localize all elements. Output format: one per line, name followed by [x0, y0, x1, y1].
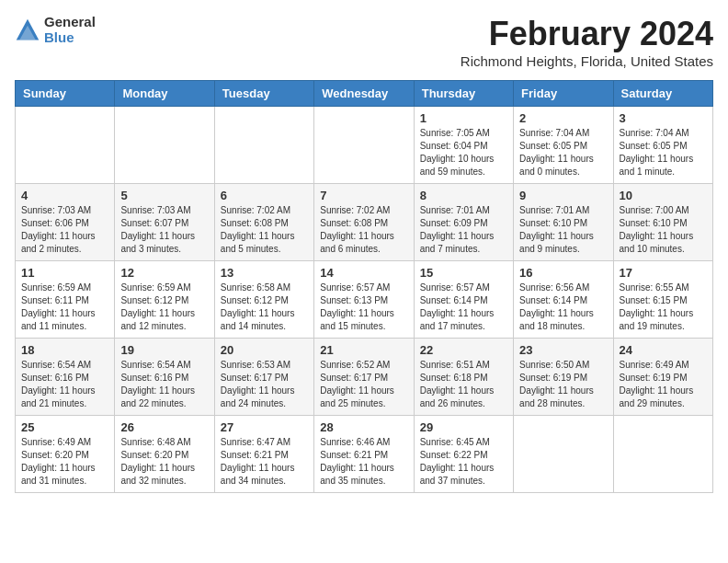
calendar: SundayMondayTuesdayWednesdayThursdayFrid… — [15, 80, 713, 493]
day-info: Sunrise: 6:53 AMSunset: 6:17 PMDaylight:… — [221, 359, 308, 410]
day-cell: 3Sunrise: 7:04 AMSunset: 6:05 PMDaylight… — [613, 107, 712, 184]
day-number: 29 — [420, 420, 507, 434]
day-info: Sunrise: 6:51 AMSunset: 6:18 PMDaylight:… — [420, 359, 507, 410]
day-info: Sunrise: 6:54 AMSunset: 6:16 PMDaylight:… — [21, 359, 108, 410]
logo-icon — [15, 17, 40, 43]
day-number: 4 — [21, 189, 108, 202]
day-number: 22 — [420, 343, 507, 357]
day-number: 6 — [221, 189, 308, 202]
day-info: Sunrise: 7:03 AMSunset: 6:06 PMDaylight:… — [21, 204, 108, 256]
header-cell-monday: Monday — [115, 81, 214, 107]
day-cell: 2Sunrise: 7:04 AMSunset: 6:05 PMDaylight… — [514, 107, 613, 184]
day-cell: 15Sunrise: 6:57 AMSunset: 6:14 PMDayligh… — [414, 261, 513, 339]
day-cell: 19Sunrise: 6:54 AMSunset: 6:16 PMDayligh… — [115, 339, 214, 416]
day-cell — [314, 107, 414, 184]
week-row-2: 4Sunrise: 7:03 AMSunset: 6:06 PMDaylight… — [16, 184, 713, 261]
logo-blue-label: Blue — [44, 30, 96, 46]
day-cell: 21Sunrise: 6:52 AMSunset: 6:17 PMDayligh… — [314, 339, 414, 416]
day-info: Sunrise: 7:01 AMSunset: 6:09 PMDaylight:… — [420, 204, 507, 256]
day-cell: 1Sunrise: 7:05 AMSunset: 6:04 PMDaylight… — [414, 107, 513, 184]
day-number: 2 — [519, 111, 607, 125]
day-info: Sunrise: 6:50 AMSunset: 6:19 PMDaylight:… — [519, 359, 607, 410]
day-cell: 24Sunrise: 6:49 AMSunset: 6:19 PMDayligh… — [613, 339, 712, 416]
day-number: 17 — [620, 266, 707, 280]
day-number: 13 — [221, 266, 308, 280]
day-cell: 16Sunrise: 6:56 AMSunset: 6:14 PMDayligh… — [514, 261, 613, 339]
day-number: 28 — [320, 420, 407, 434]
day-cell: 4Sunrise: 7:03 AMSunset: 6:06 PMDaylight… — [16, 184, 115, 261]
day-cell — [214, 107, 313, 184]
day-info: Sunrise: 6:59 AMSunset: 6:11 PMDaylight:… — [21, 282, 108, 333]
day-number: 10 — [620, 189, 707, 202]
day-cell: 11Sunrise: 6:59 AMSunset: 6:11 PMDayligh… — [16, 261, 115, 339]
day-info: Sunrise: 7:05 AMSunset: 6:04 PMDaylight:… — [420, 127, 507, 178]
day-cell: 6Sunrise: 7:02 AMSunset: 6:08 PMDaylight… — [214, 184, 313, 261]
day-info: Sunrise: 7:03 AMSunset: 6:07 PMDaylight:… — [120, 204, 208, 256]
day-info: Sunrise: 7:02 AMSunset: 6:08 PMDaylight:… — [221, 204, 308, 256]
day-cell: 23Sunrise: 6:50 AMSunset: 6:19 PMDayligh… — [514, 339, 613, 416]
week-row-4: 18Sunrise: 6:54 AMSunset: 6:16 PMDayligh… — [16, 339, 713, 416]
header-cell-tuesday: Tuesday — [214, 81, 313, 107]
day-info: Sunrise: 6:57 AMSunset: 6:13 PMDaylight:… — [320, 282, 407, 333]
day-info: Sunrise: 7:04 AMSunset: 6:05 PMDaylight:… — [620, 127, 707, 178]
day-info: Sunrise: 7:04 AMSunset: 6:05 PMDaylight:… — [519, 127, 607, 178]
day-number: 7 — [320, 189, 407, 202]
day-info: Sunrise: 6:46 AMSunset: 6:21 PMDaylight:… — [320, 436, 407, 488]
day-cell — [115, 107, 214, 184]
header-cell-sunday: Sunday — [16, 81, 115, 107]
day-cell: 28Sunrise: 6:46 AMSunset: 6:21 PMDayligh… — [314, 416, 414, 493]
day-info: Sunrise: 6:56 AMSunset: 6:14 PMDaylight:… — [519, 282, 607, 333]
logo-text: General Blue — [44, 15, 96, 45]
day-info: Sunrise: 6:57 AMSunset: 6:14 PMDaylight:… — [420, 282, 507, 333]
day-number: 20 — [221, 343, 308, 357]
day-cell: 14Sunrise: 6:57 AMSunset: 6:13 PMDayligh… — [314, 261, 414, 339]
day-info: Sunrise: 6:49 AMSunset: 6:19 PMDaylight:… — [620, 359, 707, 410]
day-number: 21 — [320, 343, 407, 357]
day-info: Sunrise: 6:49 AMSunset: 6:20 PMDaylight:… — [21, 436, 108, 488]
week-row-3: 11Sunrise: 6:59 AMSunset: 6:11 PMDayligh… — [16, 261, 713, 339]
day-cell: 9Sunrise: 7:01 AMSunset: 6:10 PMDaylight… — [514, 184, 613, 261]
day-info: Sunrise: 7:00 AMSunset: 6:10 PMDaylight:… — [620, 204, 707, 256]
calendar-body: 1Sunrise: 7:05 AMSunset: 6:04 PMDaylight… — [16, 107, 713, 493]
day-cell: 20Sunrise: 6:53 AMSunset: 6:17 PMDayligh… — [214, 339, 313, 416]
day-info: Sunrise: 7:02 AMSunset: 6:08 PMDaylight:… — [320, 204, 407, 256]
day-number: 1 — [420, 111, 507, 125]
header-cell-saturday: Saturday — [613, 81, 712, 107]
day-info: Sunrise: 6:52 AMSunset: 6:17 PMDaylight:… — [320, 359, 407, 410]
day-info: Sunrise: 6:55 AMSunset: 6:15 PMDaylight:… — [620, 282, 707, 333]
day-cell: 7Sunrise: 7:02 AMSunset: 6:08 PMDaylight… — [314, 184, 414, 261]
day-cell — [16, 107, 115, 184]
day-cell: 18Sunrise: 6:54 AMSunset: 6:16 PMDayligh… — [16, 339, 115, 416]
day-cell: 29Sunrise: 6:45 AMSunset: 6:22 PMDayligh… — [414, 416, 513, 493]
day-number: 14 — [320, 266, 407, 280]
day-number: 19 — [120, 343, 208, 357]
day-cell: 26Sunrise: 6:48 AMSunset: 6:20 PMDayligh… — [115, 416, 214, 493]
day-number: 15 — [420, 266, 507, 280]
day-number: 12 — [120, 266, 208, 280]
day-cell: 22Sunrise: 6:51 AMSunset: 6:18 PMDayligh… — [414, 339, 513, 416]
title-section: February 2024 Richmond Heights, Florida,… — [461, 15, 713, 69]
logo-general-label: General — [44, 15, 96, 30]
day-number: 25 — [21, 420, 108, 434]
day-cell: 12Sunrise: 6:59 AMSunset: 6:12 PMDayligh… — [115, 261, 214, 339]
day-number: 24 — [620, 343, 707, 357]
day-number: 11 — [21, 266, 108, 280]
day-cell: 25Sunrise: 6:49 AMSunset: 6:20 PMDayligh… — [16, 416, 115, 493]
header-cell-friday: Friday — [514, 81, 613, 107]
week-row-5: 25Sunrise: 6:49 AMSunset: 6:20 PMDayligh… — [16, 416, 713, 493]
day-number: 27 — [221, 420, 308, 434]
day-cell: 8Sunrise: 7:01 AMSunset: 6:09 PMDaylight… — [414, 184, 513, 261]
day-cell: 27Sunrise: 6:47 AMSunset: 6:21 PMDayligh… — [214, 416, 313, 493]
day-cell: 5Sunrise: 7:03 AMSunset: 6:07 PMDaylight… — [115, 184, 214, 261]
header-cell-wednesday: Wednesday — [314, 81, 414, 107]
day-number: 26 — [120, 420, 208, 434]
day-number: 16 — [519, 266, 607, 280]
day-cell — [613, 416, 712, 493]
calendar-header: SundayMondayTuesdayWednesdayThursdayFrid… — [16, 81, 713, 107]
day-number: 9 — [519, 189, 607, 202]
header-cell-thursday: Thursday — [414, 81, 513, 107]
header-row: SundayMondayTuesdayWednesdayThursdayFrid… — [16, 81, 713, 107]
day-info: Sunrise: 6:45 AMSunset: 6:22 PMDaylight:… — [420, 436, 507, 488]
day-number: 5 — [120, 189, 208, 202]
main-title: February 2024 — [461, 15, 713, 53]
